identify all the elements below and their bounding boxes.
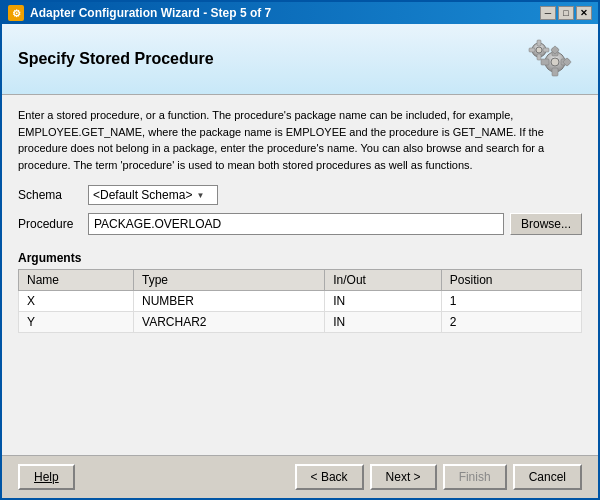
window-controls: ─ □ ✕ bbox=[540, 6, 592, 20]
gear-icon bbox=[522, 34, 582, 84]
cell-name: Y bbox=[19, 312, 134, 333]
col-header-position: Position bbox=[441, 270, 581, 291]
page-title: Specify Stored Procedure bbox=[18, 50, 214, 68]
procedure-row: Procedure Browse... bbox=[18, 213, 582, 235]
col-header-type: Type bbox=[134, 270, 325, 291]
wizard-window: ⚙ Adapter Configuration Wizard - Step 5 … bbox=[0, 0, 600, 500]
help-button[interactable]: Help bbox=[18, 464, 75, 490]
arguments-section: Arguments Name Type In/Out Position XNUM… bbox=[18, 251, 582, 443]
svg-rect-12 bbox=[529, 48, 535, 52]
procedure-input[interactable] bbox=[88, 213, 504, 235]
cell-inout: IN bbox=[325, 312, 442, 333]
schema-dropdown[interactable]: <Default Schema> ▼ bbox=[88, 185, 218, 205]
svg-rect-13 bbox=[543, 48, 549, 52]
schema-row: Schema <Default Schema> ▼ bbox=[18, 185, 582, 205]
svg-point-9 bbox=[536, 47, 542, 53]
next-button[interactable]: Next > bbox=[370, 464, 437, 490]
table-row: YVARCHAR2IN2 bbox=[19, 312, 582, 333]
browse-button[interactable]: Browse... bbox=[510, 213, 582, 235]
footer: Help < Back Next > Finish Cancel bbox=[2, 455, 598, 498]
table-row: XNUMBERIN1 bbox=[19, 291, 582, 312]
arguments-table: Name Type In/Out Position XNUMBERIN1YVAR… bbox=[18, 269, 582, 333]
back-button[interactable]: < Back bbox=[295, 464, 364, 490]
schema-value: <Default Schema> bbox=[93, 188, 192, 202]
col-header-inout: In/Out bbox=[325, 270, 442, 291]
minimize-button[interactable]: ─ bbox=[540, 6, 556, 20]
titlebar: ⚙ Adapter Configuration Wizard - Step 5 … bbox=[2, 2, 598, 24]
procedure-label: Procedure bbox=[18, 217, 88, 231]
maximize-button[interactable]: □ bbox=[558, 6, 574, 20]
cell-type: NUMBER bbox=[134, 291, 325, 312]
svg-rect-11 bbox=[537, 54, 541, 60]
footer-right: < Back Next > Finish Cancel bbox=[295, 464, 582, 490]
finish-button[interactable]: Finish bbox=[443, 464, 507, 490]
svg-rect-3 bbox=[552, 68, 558, 76]
dropdown-arrow-icon: ▼ bbox=[196, 191, 204, 200]
arguments-title: Arguments bbox=[18, 251, 582, 265]
header-band: Specify Stored Procedure bbox=[2, 24, 598, 95]
app-icon: ⚙ bbox=[8, 5, 24, 21]
cell-position: 2 bbox=[441, 312, 581, 333]
svg-rect-10 bbox=[537, 40, 541, 46]
schema-label: Schema bbox=[18, 188, 88, 202]
footer-left: Help bbox=[18, 464, 75, 490]
close-button[interactable]: ✕ bbox=[576, 6, 592, 20]
svg-point-1 bbox=[551, 58, 559, 66]
content-area: Specify Stored Procedure bbox=[2, 24, 598, 498]
cell-inout: IN bbox=[325, 291, 442, 312]
cell-type: VARCHAR2 bbox=[134, 312, 325, 333]
svg-rect-4 bbox=[541, 59, 549, 65]
cell-name: X bbox=[19, 291, 134, 312]
description-text: Enter a stored procedure, or a function.… bbox=[18, 107, 582, 173]
cancel-button[interactable]: Cancel bbox=[513, 464, 582, 490]
col-header-name: Name bbox=[19, 270, 134, 291]
cell-position: 1 bbox=[441, 291, 581, 312]
main-content: Enter a stored procedure, or a function.… bbox=[2, 95, 598, 455]
table-header-row: Name Type In/Out Position bbox=[19, 270, 582, 291]
window-title: Adapter Configuration Wizard - Step 5 of… bbox=[30, 6, 540, 20]
